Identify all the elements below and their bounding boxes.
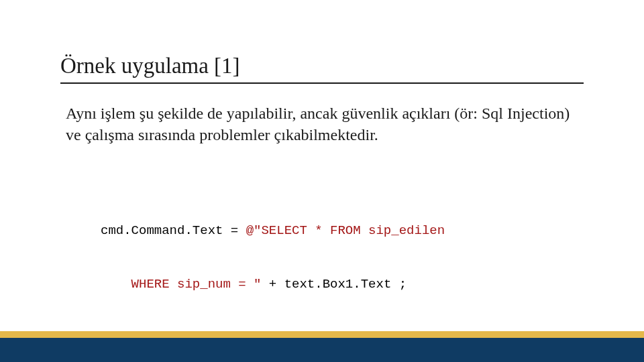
code-token: cmd.Command.Text = [101, 223, 246, 238]
slide-body-text: Aynı işlem şu şekilde de yapılabilir, an… [60, 103, 584, 146]
code-line-2: WHERE sip_num = " + text.Box1.Text ; [101, 276, 584, 294]
code-token: + text.Box1.Text ; [261, 277, 407, 292]
code-token-string: @"SELECT * FROM sip_edilen [246, 223, 445, 238]
code-block: cmd.Command.Text = @"SELECT * FROM sip_e… [60, 186, 584, 329]
slide-title: Örnek uygulama [1] [60, 54, 584, 84]
footer-bars [0, 331, 644, 362]
accent-bar-gold [0, 331, 644, 338]
code-token-string: WHERE sip_num = " [101, 277, 261, 292]
code-line-1: cmd.Command.Text = @"SELECT * FROM sip_e… [101, 222, 584, 240]
slide-container: Örnek uygulama [1] Aynı işlem şu şekilde… [0, 0, 644, 362]
accent-bar-navy [0, 338, 644, 362]
